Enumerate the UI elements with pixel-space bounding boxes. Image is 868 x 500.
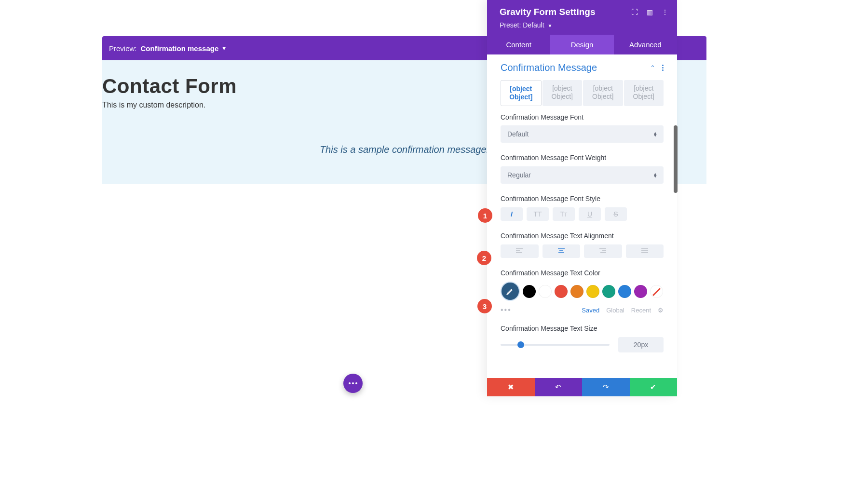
fab-more-button[interactable] [343,374,363,393]
weight-value: Regular [507,171,531,179]
color-none[interactable] [650,285,663,298]
undo-button[interactable]: ↶ [535,378,583,396]
color-yellow[interactable] [586,285,599,298]
align-left-button[interactable] [501,244,539,258]
underline-button[interactable]: U [579,207,601,221]
colors-saved-tab[interactable]: Saved [582,307,599,314]
chevron-up-icon[interactable]: ⌃ [650,64,655,71]
save-button[interactable]: ✔ [630,378,678,396]
align-center-button[interactable] [542,244,581,258]
sub-tab-1[interactable]: [object Object] [542,80,583,106]
align-label: Confirmation Message Text Alignment [501,231,664,241]
size-slider[interactable] [501,344,610,346]
select-arrows-icon: ▴▾ [654,132,657,137]
preset-label: Preset: [500,21,521,29]
colors-recent-tab[interactable]: Recent [631,307,651,314]
color-orange[interactable] [570,285,583,298]
columns-icon[interactable]: ▥ [647,8,653,16]
expand-icon[interactable]: ⛶ [631,8,638,16]
color-purple[interactable] [634,285,647,298]
color-red[interactable] [555,285,568,298]
slider-thumb[interactable] [517,341,524,348]
sub-tab-2[interactable]: [object Object] [583,80,623,106]
cancel-button[interactable]: ✖ [487,378,535,396]
more-colors-icon[interactable]: ••• [501,306,512,314]
panel-title: Gravity Form Settings [500,7,596,17]
font-style-buttons: I TT Tт U S [501,207,664,221]
panel-tabs: Content Design Advanced [487,35,677,54]
redo-button[interactable]: ↷ [582,378,630,396]
preset-value: Default [523,21,544,29]
weight-label: Confirmation Message Font Weight [501,153,664,162]
section-title[interactable]: Confirmation Message [501,62,597,73]
panel-footer: ✖ ↶ ↷ ✔ [487,378,677,396]
colors-global-tab[interactable]: Global [606,307,624,314]
smallcaps-button[interactable]: Tт [553,207,575,221]
align-justify-button[interactable] [626,244,664,258]
color-label: Confirmation Message Text Color [501,269,664,278]
weight-select[interactable]: Regular ▴▾ [501,166,664,184]
uppercase-button[interactable]: TT [527,207,549,221]
scrollbar[interactable] [674,125,678,193]
marker-3: 3 [477,299,492,313]
kebab-icon[interactable] [662,65,664,71]
marker-2: 2 [477,251,491,265]
tab-advanced[interactable]: Advanced [614,35,677,54]
preset-selector[interactable]: Preset: Default ▼ [500,21,668,29]
size-label: Confirmation Message Text Size [501,324,664,333]
style-label: Confirmation Message Font Style [501,194,664,203]
kebab-icon[interactable]: ⋮ [662,8,668,16]
caret-down-icon: ▼ [548,23,553,28]
sub-tabs: [object Object] [object Object] [object … [501,80,664,106]
marker-1: 1 [478,208,492,223]
tab-content[interactable]: Content [487,35,550,54]
color-blue[interactable] [618,285,631,298]
alignment-buttons [501,244,664,258]
color-picker-button[interactable] [501,282,520,301]
panel-header: Gravity Form Settings ⛶ ▥ ⋮ Preset: Defa… [487,0,677,35]
italic-button[interactable]: I [501,207,523,221]
gear-icon[interactable]: ⚙ [658,307,664,314]
color-black[interactable] [523,285,536,298]
color-white[interactable] [539,285,552,298]
color-swatches [501,282,664,301]
align-right-button[interactable] [584,244,622,258]
font-label: Confirmation Message Font [501,113,664,122]
panel-body: Confirmation Message ⌃ [object Object] [… [487,54,677,378]
caret-down-icon[interactable]: ▼ [221,45,227,51]
select-arrows-icon: ▴▾ [654,173,657,178]
preview-value[interactable]: Confirmation message [141,44,219,53]
font-value: Default [507,130,529,138]
font-select[interactable]: Default ▴▾ [501,125,664,143]
sub-tab-3[interactable]: [object Object] [624,80,664,106]
preview-label: Preview: [109,44,137,53]
tab-design[interactable]: Design [550,35,613,54]
size-input[interactable]: 20px [618,337,664,352]
strikethrough-button[interactable]: S [605,207,627,221]
color-teal[interactable] [602,285,615,298]
settings-panel: Gravity Form Settings ⛶ ▥ ⋮ Preset: Defa… [487,0,677,396]
sub-tab-0[interactable]: [object Object] [501,80,542,106]
